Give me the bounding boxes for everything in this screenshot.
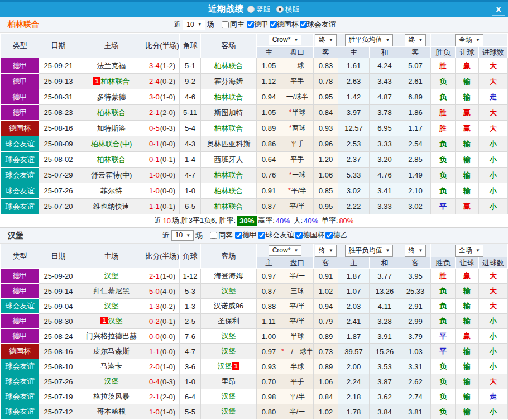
away-team-cell: 海登海姆 xyxy=(201,269,257,284)
matches-body: 德甲25-09-21法兰克福3-4(1-2)5-1柏林联合1.05一球0.831… xyxy=(1,58,508,214)
team-label: 海登海姆 xyxy=(214,271,243,280)
result-overunder-cell: 大 xyxy=(479,74,508,89)
league-checkbox[interactable] xyxy=(325,232,333,239)
full-time-score: 5-0 xyxy=(149,287,160,295)
score-cell: 3-4(1-2) xyxy=(145,58,180,74)
league-filter-3[interactable]: 德国杯 xyxy=(295,230,324,240)
away-team-cell: 柏林联合 xyxy=(201,183,257,199)
league-checkbox[interactable] xyxy=(270,21,277,28)
handicap-line-cell: 三球 xyxy=(281,284,314,299)
avg-lose-odds-cell: 25.33 xyxy=(400,284,431,299)
final-odds-dropdown-1[interactable]: 终▼ xyxy=(315,245,337,257)
final-odds-dropdown-2[interactable]: 终▼ xyxy=(405,34,426,46)
avg-lose-odds-cell: 2.85 xyxy=(400,152,431,168)
same-venue-checkbox[interactable]: 同主 xyxy=(222,20,245,30)
match-date-cell: 25-07-29 xyxy=(39,168,78,183)
radio-icon[interactable] xyxy=(276,6,284,13)
handicap-away-odds-cell: 1.02 xyxy=(314,284,338,299)
avg-win-odds-cell: 1.87 xyxy=(338,329,370,344)
same-venue-checkbox[interactable]: 同客 xyxy=(210,231,233,241)
handicap-line-cell: 半/一 xyxy=(281,269,314,284)
match-count-dropdown[interactable]: 10▼ xyxy=(183,20,205,30)
team-label: 汉堡 xyxy=(222,347,236,355)
corner-count-cell: 4-7 xyxy=(180,168,201,183)
handicap-home-odds-cell: 1.12 xyxy=(257,74,281,89)
final-odds-dropdown-2[interactable]: 终▼ xyxy=(405,245,426,257)
avg-win-odds-cell: 2.22 xyxy=(338,199,370,214)
handicap-away-odds-cell: 0.78 xyxy=(314,74,338,89)
handicap-line-cell: 平/半 xyxy=(281,299,314,314)
avg-win-odds-cell: 2.03 xyxy=(338,299,370,314)
team-label: 西班牙人 xyxy=(214,155,243,164)
wdl-average-dropdown[interactable]: 胜平负均值▼ xyxy=(345,245,394,257)
vertical-layout-radio[interactable]: 竖版 xyxy=(247,4,271,15)
league-checkbox[interactable] xyxy=(295,232,303,239)
league-filter-4[interactable]: 德乙 xyxy=(325,230,347,240)
same-venue-input[interactable] xyxy=(210,232,217,239)
final-odds-dropdown-1[interactable]: 终▼ xyxy=(315,34,337,46)
league-filter-2[interactable]: 德国杯 xyxy=(270,20,299,30)
avg-lose-odds-cell: 6.89 xyxy=(400,89,431,105)
avg-win-odds-cell: 1.87 xyxy=(338,269,370,284)
league-checkbox[interactable] xyxy=(235,232,242,239)
full-time-score: 0-0 xyxy=(149,332,160,341)
score-cell: 2-1(1-0) xyxy=(145,269,180,284)
match-count-dropdown[interactable]: 10▼ xyxy=(171,230,194,241)
league-type-cell: 球会友谊 xyxy=(1,374,39,389)
league-label: 德甲 xyxy=(254,20,269,30)
red-card-badge: 1 xyxy=(93,77,100,85)
horizontal-layout-label: 横版 xyxy=(285,4,300,15)
away-team-cell: 汉诺威96 xyxy=(201,299,257,314)
chevron-down-icon: ▼ xyxy=(386,37,390,42)
result-handicap-cell: 输 xyxy=(456,168,479,183)
league-checkbox[interactable] xyxy=(247,21,254,28)
odds-company-dropdown[interactable]: Crow*▼ xyxy=(269,35,302,45)
league-filter-1[interactable]: 德甲 xyxy=(235,230,257,240)
league-filter-1[interactable]: 德甲 xyxy=(247,20,269,30)
matches-table: 类型 日期 主场 比分(半场) 角球 客场 Crow*▼ 终▼ 胜平负均值▼ 终… xyxy=(1,244,508,419)
match-date-cell: 25-07-20 xyxy=(39,199,78,214)
match-row: 球会友谊25-07-29舒云霍特(中)1-0(0-0)4-7柏林联合0.76*一… xyxy=(1,168,508,183)
league-filter-2[interactable]: 球会友谊 xyxy=(258,230,294,240)
handicap-line-cell: 平手 xyxy=(281,152,314,168)
home-team-cell: 拜仁慕尼黑 xyxy=(78,284,145,299)
half-time-score: (0-3) xyxy=(160,124,175,132)
home-team-cell: 多特蒙德 xyxy=(78,89,145,105)
wdl-average-dropdown[interactable]: 胜平负均值▼ xyxy=(345,34,394,46)
league-checkbox[interactable] xyxy=(300,21,307,28)
radio-icon[interactable] xyxy=(247,6,255,13)
away-team-cell: 汉堡 xyxy=(201,329,257,344)
corner-count-cell: 6-5 xyxy=(180,199,201,214)
league-filter-3[interactable]: 球会友谊 xyxy=(300,20,336,30)
avg-draw-odds-cell: 3.77 xyxy=(370,269,400,284)
same-venue-input[interactable] xyxy=(222,21,229,28)
result-wdl-cell: 胜 xyxy=(431,58,456,74)
scope-header: 全场▼ xyxy=(431,244,508,257)
full-time-score: 2-1 xyxy=(149,272,160,280)
horizontal-layout-radio[interactable]: 横版 xyxy=(276,4,300,15)
avg-draw-odds-cell: 3.33 xyxy=(370,199,400,214)
col-home: 主场 xyxy=(78,244,145,269)
match-row: 球会友谊25-08-10马洛卡2-0(1-0)3-6汉堡10.93半球0.892… xyxy=(1,359,508,374)
avg-lose-odds-cell: 2.10 xyxy=(400,183,431,199)
league-checkbox[interactable] xyxy=(258,232,265,239)
league-type-cell: 球会友谊 xyxy=(1,136,39,152)
half-time-score: (0-2) xyxy=(160,77,175,85)
odds-company-dropdown[interactable]: Crow*▼ xyxy=(269,245,302,256)
avg-win-odds-cell: 1.61 xyxy=(338,58,370,74)
layout-radio-group: 竖版 横版 xyxy=(247,4,300,15)
handicap-home-odds-cell: 0.70 xyxy=(257,374,281,389)
corner-count-cell: 2-5 xyxy=(180,314,201,329)
scope-dropdown[interactable]: 全场▼ xyxy=(455,34,483,46)
away-team-cell: 柏林联合 xyxy=(201,89,257,105)
col-score: 比分(半场) xyxy=(145,244,180,269)
avg-draw-odds-cell: 13.26 xyxy=(370,284,400,299)
team-name: 汉堡 xyxy=(8,231,23,241)
company-header: Crow*▼ xyxy=(257,34,314,47)
league-type-cell: 德甲 xyxy=(1,284,39,299)
match-date-cell: 25-08-30 xyxy=(39,314,78,329)
result-wdl-cell: 负 xyxy=(431,284,456,299)
filter-bar: 柏林联合 近 10▼ 场 同主 德甲德国杯球会友谊 xyxy=(0,17,508,33)
scope-dropdown[interactable]: 全场▼ xyxy=(455,245,483,257)
close-icon[interactable]: X xyxy=(492,3,505,16)
